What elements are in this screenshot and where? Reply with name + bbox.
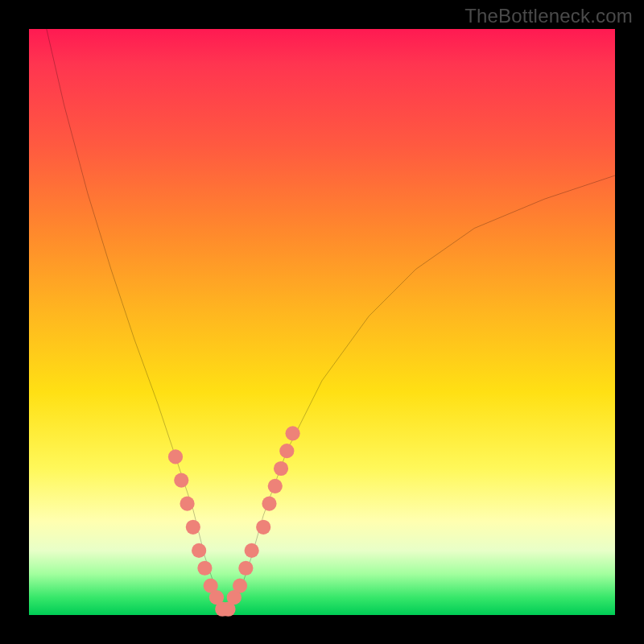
marker-point: [274, 461, 288, 476]
right-marker-cluster: [221, 426, 299, 617]
curve-layer: [29, 29, 615, 615]
marker-point: [180, 497, 194, 511]
watermark-text: TheBottleneck.com: [464, 5, 633, 27]
plot-area: [29, 29, 615, 615]
marker-point: [279, 444, 294, 458]
marker-point: [233, 579, 247, 593]
marker-point: [245, 543, 259, 558]
marker-point: [186, 520, 200, 535]
marker-point: [238, 561, 253, 576]
chart-container: TheBottleneck.com: [0, 0, 644, 644]
marker-point: [197, 561, 212, 576]
marker-point: [174, 473, 188, 487]
marker-point: [268, 479, 283, 493]
marker-point: [168, 449, 183, 464]
marker-point: [256, 520, 270, 535]
marker-point: [262, 497, 276, 511]
marker-point: [192, 543, 206, 558]
bottleneck-curve: [47, 29, 615, 609]
marker-point: [286, 426, 300, 440]
